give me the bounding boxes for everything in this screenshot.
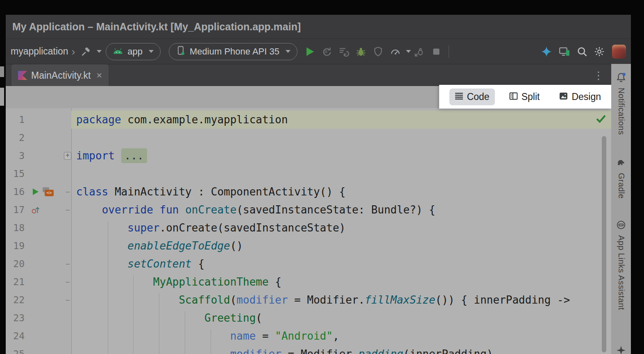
tool-window-button-app-links-assistant[interactable]: App Links Assistant	[611, 220, 631, 310]
code-line[interactable]: 22− Scaffold(modifier = Modifier.fillMax…	[6, 291, 611, 309]
apply-changes-icon[interactable]	[338, 46, 349, 57]
compose-component-icon: <>	[43, 187, 54, 197]
gutter-icons[interactable]: <>	[25, 183, 64, 201]
device-select[interactable]: Medium Phone API 35	[169, 43, 297, 60]
tool-window-button-notifications[interactable]: Notifications	[611, 72, 631, 135]
project-selector[interactable]: myapplication ›	[11, 46, 75, 57]
fold-marker[interactable]: −	[64, 255, 71, 273]
code-text[interactable]	[71, 129, 611, 147]
code-line[interactable]: 3+import ...	[6, 147, 611, 165]
chevron-down-icon[interactable]	[406, 50, 411, 53]
shield-icon[interactable]	[372, 46, 384, 57]
tool-window-label: App Links Assistant	[617, 235, 626, 310]
main-toolbar: myapplication › app Medium Phone API 35	[6, 39, 631, 64]
settings-gear-icon[interactable]	[594, 46, 605, 57]
user-avatar[interactable]	[612, 45, 626, 59]
code-text[interactable]: super.onCreate(savedInstanceState)	[71, 219, 611, 237]
code-line[interactable]: 16<>−class MainActivity : ComponentActiv…	[6, 183, 611, 201]
gutter-icons	[25, 237, 64, 255]
build-hammer-icon[interactable]	[80, 46, 92, 57]
code-text[interactable]: Scaffold(modifier = Modifier.fillMaxSize…	[71, 291, 611, 309]
app-links-icon	[616, 220, 626, 232]
kotlin-file-icon	[18, 71, 27, 80]
code-editor[interactable]: 1package com.example.myapplication23+imp…	[6, 108, 611, 354]
gutter-icons	[25, 147, 64, 165]
line-number: 21	[6, 273, 25, 291]
code-text[interactable]: setContent {	[71, 255, 611, 273]
chevron-down-icon	[149, 50, 154, 53]
run-gutter-icon	[31, 188, 39, 196]
toolbar-separator	[449, 45, 449, 58]
android-studio-window: My Application – MainActivity.kt [My_App…	[6, 15, 631, 354]
view-mode-design[interactable]: Design	[554, 88, 606, 105]
gutter-icons	[25, 165, 64, 183]
indent-guide	[185, 311, 185, 354]
inspection-check-icon[interactable]	[595, 112, 607, 126]
chevron-down-icon[interactable]	[97, 50, 102, 53]
code-line[interactable]: 25 modifier = Modifier.padding(innerPadd…	[6, 345, 611, 354]
view-mode-split[interactable]: Split	[504, 88, 545, 105]
code-text[interactable]: package com.example.myapplication	[71, 111, 611, 129]
code-text[interactable]: enableEdgeToEdge()	[71, 237, 611, 255]
restart-activity-icon[interactable]: A	[321, 46, 332, 57]
tab-mainactivity[interactable]: MainActivity.kt ×	[11, 64, 109, 86]
code-text[interactable]: name = "Android",	[71, 327, 611, 345]
run-button[interactable]	[304, 46, 315, 57]
gemini-sparkle-icon[interactable]	[540, 45, 553, 58]
code-line[interactable]: 24 name = "Android",	[6, 327, 611, 345]
profiler-gauge-icon[interactable]	[390, 46, 401, 57]
code-line[interactable]: 2	[6, 129, 611, 147]
line-number: 16	[6, 183, 25, 201]
attach-debugger-icon[interactable]	[414, 46, 425, 57]
fold-marker	[64, 237, 71, 255]
gutter-icons[interactable]	[25, 201, 64, 219]
indent-guide	[211, 329, 211, 354]
code-lines-icon	[455, 91, 463, 102]
code-text[interactable]: class MainActivity : ComponentActivity()…	[71, 183, 611, 201]
code-line[interactable]: 20− setContent {	[6, 255, 611, 273]
code-text[interactable]: MyApplicationTheme {	[71, 273, 611, 291]
search-icon[interactable]	[576, 46, 588, 57]
code-text[interactable]: Greeting(	[71, 309, 611, 327]
left-stripe-fragment	[0, 88, 4, 106]
line-number: 19	[6, 237, 25, 255]
tool-window-button-gradle[interactable]: Gradle	[611, 157, 631, 199]
fold-marker[interactable]: −	[64, 273, 71, 291]
design-image-icon	[559, 91, 568, 102]
code-line[interactable]: 23 Greeting(	[6, 309, 611, 327]
indent-guide	[108, 221, 108, 354]
gutter-icons	[25, 219, 64, 237]
code-text[interactable]: modifier = Modifier.padding(innerPadding…	[71, 345, 611, 354]
debug-bug-icon[interactable]	[355, 46, 367, 57]
view-mode-code[interactable]: Code	[449, 88, 495, 105]
code-text[interactable]: override fun onCreate(savedInstanceState…	[71, 201, 611, 219]
fold-marker[interactable]: −	[64, 201, 71, 219]
running-devices-icon[interactable]	[558, 45, 571, 58]
gutter-icons	[25, 345, 64, 354]
android-head-icon	[113, 46, 123, 57]
editor-scrollbar[interactable]	[602, 136, 606, 352]
stop-icon[interactable]	[431, 46, 442, 57]
close-icon[interactable]: ×	[96, 70, 102, 81]
chevron-down-icon	[286, 50, 290, 53]
code-line[interactable]: 15	[6, 165, 611, 183]
gutter-icons	[25, 309, 64, 327]
run-configuration-select[interactable]: app	[106, 43, 161, 60]
code-line[interactable]: 19 enableEdgeToEdge()	[6, 237, 611, 255]
line-number: 15	[6, 165, 25, 183]
fold-marker[interactable]: −	[64, 291, 71, 309]
code-text[interactable]: import ...	[71, 147, 611, 165]
code-line[interactable]: 21− MyApplicationTheme {	[6, 273, 611, 291]
code-line[interactable]: 18 super.onCreate(savedInstanceState)	[6, 219, 611, 237]
fold-marker	[64, 327, 71, 345]
fold-marker	[64, 111, 71, 129]
sparkle-icon[interactable]	[616, 345, 626, 354]
code-line[interactable]: 17− override fun onCreate(savedInstanceS…	[6, 201, 611, 219]
line-number: 23	[6, 309, 25, 327]
code-text[interactable]	[71, 165, 611, 183]
code-line[interactable]: 1package com.example.myapplication	[6, 111, 611, 129]
more-options-icon[interactable]: ⋮	[593, 70, 604, 81]
fold-marker[interactable]: −	[64, 183, 71, 201]
fold-marker	[64, 345, 71, 354]
fold-marker[interactable]: +	[64, 147, 71, 165]
